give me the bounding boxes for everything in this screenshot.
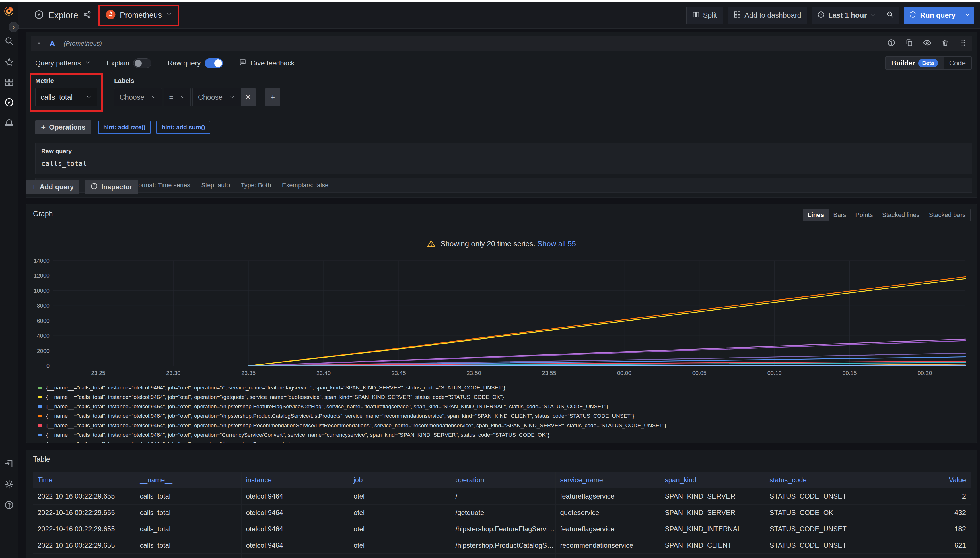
starred-icon[interactable] [4,57,14,67]
column-header-service-name[interactable]: service_name [556,472,660,488]
svg-text:23:25: 23:25 [91,370,105,376]
zoom-out-time-button[interactable] [881,7,899,24]
chevron-down-icon [230,93,235,102]
legend-series-label: {__name__="calls_total", instance="otelc… [46,432,549,438]
legend-item-0[interactable]: {__name__="calls_total", instance="otelc… [38,383,970,392]
table-cell: otelcol:9464 [241,488,349,504]
code-tab[interactable]: Code [944,57,972,69]
query-help-icon[interactable] [887,39,895,48]
search-icon[interactable] [4,36,14,46]
operations-button[interactable]: + Operations [35,120,91,134]
graph-mode-stacked-bars[interactable]: Stacked bars [924,209,970,221]
table-cell: recommendationservice [556,537,660,553]
column-header-time[interactable]: Time [33,472,135,488]
table-cell: otel [349,504,451,521]
editor-actions: + Add query Inspector [26,180,138,194]
label-value-select[interactable]: Choose [192,88,240,107]
svg-text:23:55: 23:55 [542,370,556,376]
table-cell: 2022-10-16 00:22:29.655 [33,537,135,553]
explore-compass-icon[interactable] [4,97,14,107]
delete-query-trash-icon[interactable] [941,39,949,48]
raw-query-label: Raw query [41,148,966,154]
builder-tab[interactable]: Builder Beta [886,57,944,69]
column-header-operation[interactable]: operation [451,472,556,488]
explain-toggle[interactable] [133,59,151,68]
column-header-value[interactable]: Value [870,472,970,488]
run-query-button-group: Run query [904,7,974,25]
add-query-button[interactable]: + Add query [26,180,79,194]
hint-button-0[interactable]: hint: add rate() [98,121,151,134]
graph-mode-toggle: LinesBarsPointsStacked linesStacked bars [803,209,970,221]
run-query-dropdown[interactable] [961,7,974,25]
table-cell: calls_total [135,553,241,558]
grafana-logo-icon[interactable] [3,6,14,16]
legend-series-label: {__name__="calls_total", instance="otelc… [46,413,634,419]
hint-button-1[interactable]: hint: add sum() [156,121,210,134]
label-operator-select[interactable]: = [163,88,191,107]
svg-text:00:10: 00:10 [768,370,782,376]
metric-field-label: Metric [35,77,97,85]
settings-gear-icon[interactable] [4,479,14,489]
duplicate-query-icon[interactable] [905,39,913,48]
dashboards-icon[interactable] [4,77,14,87]
graph-mode-lines[interactable]: Lines [803,209,829,221]
legend-color-chip [38,387,42,389]
query-ref-id[interactable]: A [49,39,55,48]
inspector-button[interactable]: Inspector [85,180,138,194]
time-range-button[interactable]: Last 1 hour [812,7,881,24]
column-header-status-code[interactable]: status_code [765,472,870,488]
column-header-instance[interactable]: instance [241,472,349,488]
column-header--name-[interactable]: __name__ [135,472,241,488]
remove-label-filter-button[interactable]: ✕ [241,88,256,107]
legend-series-label: {__name__="calls_total", instance="otelc… [46,384,505,391]
raw-query-toggle[interactable] [204,59,223,68]
show-all-series-link[interactable]: Show all 55 [538,240,576,248]
share-icon[interactable] [83,10,92,21]
options-row[interactable]: Options Legend: AutoFormat: Time seriesS… [35,178,972,193]
table-cell: otel [349,488,451,504]
code-label: Code [949,59,966,67]
add-label-filter-button[interactable]: + [265,88,280,107]
query-patterns-dropdown[interactable]: Query patterns [35,59,90,67]
svg-text:0: 0 [46,363,49,369]
column-header-span-kind[interactable]: span_kind [660,472,765,488]
page-title: Explore [48,10,78,21]
legend-color-chip [38,434,42,436]
hide-query-eye-icon[interactable] [923,38,932,49]
graph-mode-stacked-lines[interactable]: Stacked lines [878,209,924,221]
help-icon[interactable] [4,500,14,510]
label-key-select[interactable]: Choose [114,88,162,107]
chevron-down-icon [965,11,970,20]
time-series-chart[interactable]: 0200040006000800010000120001400023:2523:… [33,256,970,383]
table-cell: featureflagservice [556,521,660,537]
metric-select[interactable]: calls_total [35,88,97,107]
legend-item-2[interactable]: {__name__="calls_total", instance="otelc… [38,402,970,411]
run-query-button[interactable]: Run query [904,7,961,25]
column-header-job[interactable]: job [349,472,451,488]
series-limit-warning: Showing only 20 time series. Show all 55 [26,240,977,250]
warning-triangle-icon [427,240,436,250]
legend-item-3[interactable]: {__name__="calls_total", instance="otelc… [38,411,970,421]
split-button[interactable]: Split [686,7,723,25]
collapse-chevron-icon[interactable] [36,39,42,48]
graph-mode-points[interactable]: Points [851,209,878,221]
table-cell: recommendationservice [556,553,660,558]
svg-text:00:20: 00:20 [918,370,932,376]
legend-item-5[interactable]: {__name__="calls_total", instance="otelc… [38,430,970,440]
sidebar-expand-button[interactable]: › [8,22,19,32]
datasource-picker[interactable]: Prometheus [100,6,178,25]
sign-in-icon[interactable] [4,459,14,469]
svg-text:12000: 12000 [34,272,49,279]
prometheus-logo-icon [105,10,116,21]
table-cell: otelcol:9464 [241,504,349,521]
run-query-label: Run query [920,11,955,20]
alerting-bell-icon[interactable] [4,118,14,127]
legend-item-1[interactable]: {__name__="calls_total", instance="otelc… [38,392,970,402]
drag-handle-icon[interactable] [959,39,967,48]
legend-item-4[interactable]: {__name__="calls_total", instance="otelc… [38,421,970,430]
explain-label: Explain [107,59,129,67]
graph-mode-bars[interactable]: Bars [829,209,851,221]
legend-item-6[interactable]: {__name__="calls_total", instance="otelc… [38,440,970,443]
give-feedback-link[interactable]: Give feedback [239,59,294,68]
add-to-dashboard-button[interactable]: Add to dashboard [728,7,807,25]
